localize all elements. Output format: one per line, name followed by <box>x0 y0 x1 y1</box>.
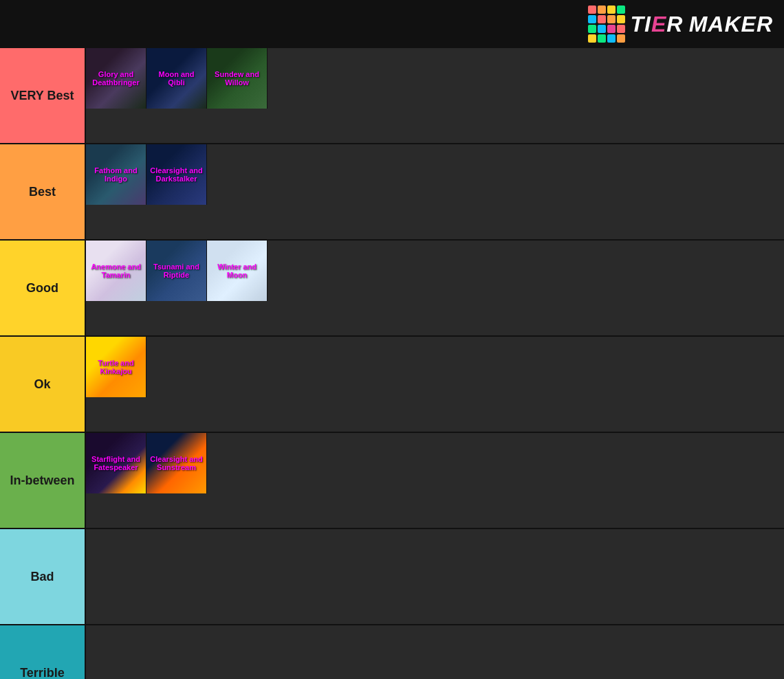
tier-label-very-best: VERY Best <box>0 48 86 143</box>
tier-item-label-turtle-kinkajou: Turtle and Kinkajou <box>86 337 146 397</box>
tier-row-best: BestFathom and IndigoClearsight and Dark… <box>0 144 784 241</box>
tier-item-winter-moon[interactable]: Winter and Moon <box>207 241 268 301</box>
tier-row-good: GoodAnemone and TamarinTsunami and Ripti… <box>0 241 784 337</box>
tier-item-label-glory-deathbringer: Glory and Deathbringer <box>86 48 146 109</box>
tier-item-label-anemone-tamarin: Anemone and Tamarin <box>86 241 146 301</box>
tiermaker-logo: TiER MAKER <box>588 5 773 43</box>
tier-item-turtle-kinkajou[interactable]: Turtle and Kinkajou <box>86 337 146 397</box>
tier-item-anemone-tamarin[interactable]: Anemone and Tamarin <box>86 241 146 301</box>
tier-item-label-clearsight-darkstalker: Clearsight and Darkstalker <box>146 144 206 205</box>
tier-label-bad: Bad <box>0 529 86 624</box>
tier-label-terrible: Terrible <box>0 625 86 679</box>
tier-row-bad: Bad <box>0 529 784 625</box>
tier-items-very-best: Glory and DeathbringerMoon and QibliSund… <box>86 48 784 143</box>
tier-item-label-moon-qibli: Moon and Qibli <box>146 48 206 109</box>
tier-item-label-sundew-willow: Sundew and Willow <box>207 48 267 109</box>
tier-item-glory-deathbringer[interactable]: Glory and Deathbringer <box>86 48 146 109</box>
tier-label-best: Best <box>0 144 86 239</box>
tier-items-bad <box>86 529 784 624</box>
tier-list: VERY BestGlory and DeathbringerMoon and … <box>0 48 784 679</box>
tier-row-ok: OkTurtle and Kinkajou <box>0 337 784 433</box>
tier-item-label-tsunami-riptide: Tsunami and Riptide <box>146 241 206 301</box>
tier-items-in-between: Starflight and FatespeakerClearsight and… <box>86 433 784 528</box>
tier-item-tsunami-riptide[interactable]: Tsunami and Riptide <box>146 241 207 301</box>
logo-grid-icon <box>588 5 625 43</box>
tier-item-clearsight-sunstream[interactable]: Clearsight and Sunstream <box>146 433 207 493</box>
logo-text: TiER MAKER <box>631 12 773 37</box>
tier-item-fathom-indigo[interactable]: Fathom and Indigo <box>86 144 146 205</box>
tier-label-in-between: In-between <box>0 433 86 528</box>
tier-items-good: Anemone and TamarinTsunami and RiptideWi… <box>86 241 784 335</box>
tier-item-moon-qibli[interactable]: Moon and Qibli <box>146 48 207 109</box>
tier-items-terrible <box>86 625 784 679</box>
tier-row-very-best: VERY BestGlory and DeathbringerMoon and … <box>0 48 784 144</box>
tier-item-starflight-fatespeaker[interactable]: Starflight and Fatespeaker <box>86 433 146 493</box>
tier-row-terrible: Terrible <box>0 625 784 679</box>
tier-item-label-winter-moon: Winter and Moon <box>207 241 267 301</box>
tier-label-good: Good <box>0 241 86 335</box>
tier-label-ok: Ok <box>0 337 86 432</box>
tier-item-label-fathom-indigo: Fathom and Indigo <box>86 144 146 205</box>
tier-items-ok: Turtle and Kinkajou <box>86 337 784 432</box>
tier-item-clearsight-darkstalker[interactable]: Clearsight and Darkstalker <box>146 144 207 205</box>
tier-items-best: Fathom and IndigoClearsight and Darkstal… <box>86 144 784 239</box>
tier-row-in-between: In-betweenStarflight and FatespeakerClea… <box>0 433 784 529</box>
header: TiER MAKER <box>0 0 784 48</box>
tier-item-label-clearsight-sunstream: Clearsight and Sunstream <box>146 433 206 493</box>
tier-item-label-starflight-fatespeaker: Starflight and Fatespeaker <box>86 433 146 493</box>
tier-item-sundew-willow[interactable]: Sundew and Willow <box>207 48 268 109</box>
